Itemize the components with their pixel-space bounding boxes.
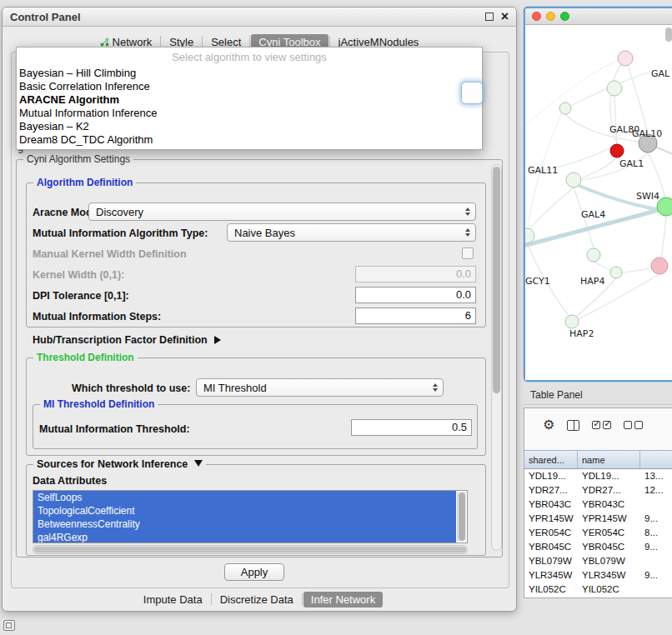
bottom-tab-infer-network[interactable]: Infer Network xyxy=(303,592,383,608)
column-header[interactable]: name xyxy=(578,450,640,469)
network-graph[interactable]: GALGAL80GAL10GAL11GAL1SWI4GAL4GCY1HAP4HA… xyxy=(525,25,672,380)
aracne-mode-select[interactable]: Discovery xyxy=(88,202,476,221)
attributes-hscrollbar-thumb[interactable] xyxy=(34,547,466,552)
mi-algorithm-type-select[interactable]: Naive Bayes xyxy=(227,223,476,242)
table-cell: YBR043C xyxy=(578,498,640,512)
mi-steps-label: Mutual Information Steps: xyxy=(33,311,161,322)
table-cell: YDR27... xyxy=(578,483,640,498)
tab-separator xyxy=(160,36,161,48)
table-header-row: shared...name xyxy=(524,450,672,469)
manual-kernel-width-checkbox[interactable] xyxy=(462,248,474,259)
table-cell: YLR345W xyxy=(578,568,640,582)
network-node[interactable] xyxy=(559,102,571,114)
network-node[interactable] xyxy=(566,172,581,188)
network-edge[interactable] xyxy=(625,58,648,134)
network-edge[interactable] xyxy=(661,216,666,258)
kernel-width-field[interactable]: 0.0 xyxy=(355,266,476,282)
algorithm-option[interactable]: ARACNE Algorithm xyxy=(17,93,482,107)
minimize-traffic-light[interactable] xyxy=(546,12,555,21)
desktop: Control Panel × NetworkStyleSelectCyni T… xyxy=(0,0,672,635)
tab-label: Impute Data xyxy=(143,593,203,606)
close-traffic-light[interactable] xyxy=(532,12,541,21)
control-panel-titlebar[interactable]: Control Panel × xyxy=(3,8,516,27)
network-window-titlebar[interactable] xyxy=(525,8,672,25)
table-row[interactable]: YLR345WYLR345W9... xyxy=(524,568,672,582)
zoom-traffic-light[interactable] xyxy=(560,12,569,21)
table-row[interactable]: YBR043CYBR043C xyxy=(524,498,672,512)
algorithm-option[interactable]: Dream8 DC_TDC Algorithm xyxy=(17,133,482,147)
attribute-list-item[interactable]: gal4RGexp xyxy=(33,531,456,543)
network-node-label: GAL11 xyxy=(528,165,558,176)
network-node[interactable] xyxy=(607,81,622,96)
dpi-tolerance-field[interactable]: 0.0 xyxy=(355,287,476,303)
close-icon[interactable]: × xyxy=(501,10,509,23)
attributes-list-scrollbar-thumb[interactable] xyxy=(459,492,465,541)
table-row[interactable]: YIL052CYIL052C xyxy=(524,582,672,597)
network-node[interactable] xyxy=(525,228,534,243)
data-attributes-listbox[interactable]: SelfLoopsTopologicalCoefficientBetweenne… xyxy=(33,490,468,543)
bottom-tab-impute-data[interactable]: Impute Data xyxy=(136,592,210,608)
cyni-algorithm-settings-title: Cyni Algorithm Settings xyxy=(23,153,133,165)
network-node[interactable] xyxy=(610,144,624,158)
algorithm-option[interactable]: Bayesian – Hill Climbing xyxy=(17,67,482,80)
table-cell: YDL19... xyxy=(578,469,640,483)
tab-label: Discretize Data xyxy=(220,593,293,606)
which-threshold-select[interactable]: MI Threshold xyxy=(196,378,444,397)
table-row[interactable]: YER054CYER054C8... xyxy=(524,526,672,540)
settings-scrollbar-thumb[interactable] xyxy=(493,167,500,393)
network-edge[interactable] xyxy=(525,60,619,125)
apply-button[interactable]: Apply xyxy=(224,563,284,581)
algorithm-dropdown-popup: Select algorithm to view settings Bayesi… xyxy=(16,47,483,150)
hub-section-toggle[interactable]: Hub/Transcription Factor Definition xyxy=(33,334,221,346)
network-node[interactable] xyxy=(618,51,633,66)
network-vscrollbar-thumb[interactable] xyxy=(665,28,672,42)
attribute-list-item[interactable]: SelfLoops xyxy=(33,491,456,504)
float-window-icon[interactable] xyxy=(485,12,494,21)
algorithm-option[interactable]: Basic Correlation Inference xyxy=(17,80,482,93)
sources-toggle[interactable]: Sources for Network Inference xyxy=(33,458,206,470)
settings-scrollbar[interactable] xyxy=(491,164,502,551)
gear-icon[interactable]: ⚙ xyxy=(543,418,554,432)
table-cell: YIL052C xyxy=(578,582,640,597)
network-node[interactable] xyxy=(565,315,579,328)
table-cell: YBL079W xyxy=(524,554,578,568)
network-edge[interactable] xyxy=(529,188,574,230)
mi-steps-field[interactable]: 6 xyxy=(355,308,476,324)
table-row[interactable]: YDR27...YDR27...12... xyxy=(524,483,672,498)
aracne-mode-value: Discovery xyxy=(96,206,465,218)
bottom-tab-discretize-data[interactable]: Discretize Data xyxy=(213,592,301,608)
attributes-hscrollbar[interactable] xyxy=(33,545,468,554)
table-row[interactable]: YBR045CYBR045C9... xyxy=(524,540,672,554)
network-node[interactable] xyxy=(651,258,668,274)
table-cell: YER054C xyxy=(524,526,578,540)
attribute-list-item[interactable]: TopologicalCoefficient xyxy=(33,504,456,518)
algorithm-definition-title: Algorithm Definition xyxy=(33,177,136,188)
table-row[interactable]: YDL19...YDL19...13... xyxy=(524,469,672,483)
tab-label: Infer Network xyxy=(311,593,375,606)
restore-panel-icon[interactable] xyxy=(3,620,15,631)
network-node[interactable] xyxy=(610,267,622,278)
algorithm-option[interactable]: Mutual Information Inference xyxy=(17,107,482,120)
table-row[interactable]: YBL079WYBL079W xyxy=(524,554,672,568)
column-header[interactable] xyxy=(640,450,672,469)
network-icon xyxy=(100,38,109,47)
tab-separator xyxy=(202,36,203,48)
deselect-all-icon[interactable] xyxy=(624,421,643,429)
column-header[interactable]: shared... xyxy=(524,450,578,469)
algorithm-option[interactable]: Bayesian – K2 xyxy=(17,120,482,133)
mi-threshold-field[interactable]: 0.5 xyxy=(351,419,472,436)
columns-icon[interactable] xyxy=(567,420,579,431)
network-node[interactable] xyxy=(587,248,600,262)
select-all-icon[interactable] xyxy=(592,421,611,429)
network-edge[interactable] xyxy=(594,262,611,271)
algorithm-combo-fragment[interactable] xyxy=(461,82,483,104)
attribute-list-item[interactable]: BetweennessCentrality xyxy=(33,518,456,531)
network-edge[interactable] xyxy=(580,158,617,178)
table-panel: ⚙ shared...name YDL19...YDL19...13...YDR… xyxy=(524,408,672,598)
table-row[interactable]: YPR145WYPR145W9... xyxy=(524,512,672,526)
network-canvas[interactable]: GALGAL80GAL10GAL11GAL1SWI4GAL4GCY1HAP4HA… xyxy=(525,25,672,380)
window-title: Control Panel xyxy=(10,11,81,23)
table-cell: 12... xyxy=(640,483,672,498)
table-cell: YPR145W xyxy=(524,512,578,526)
attributes-list-scrollbar[interactable] xyxy=(457,492,466,542)
